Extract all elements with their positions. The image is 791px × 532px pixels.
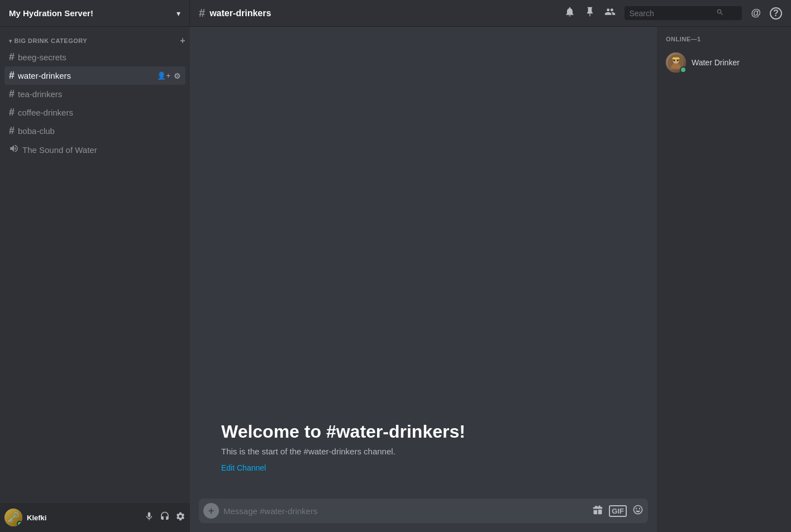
text-channel-icon: #	[9, 125, 15, 137]
text-channel-icon: #	[9, 107, 15, 118]
text-channel-icon: #	[9, 70, 15, 82]
add-attachment-button[interactable]: +	[203, 503, 219, 519]
username: Klefki	[27, 514, 140, 522]
welcome-block: Welcome to #water-drinkers! This is the …	[199, 410, 648, 490]
channel-list: # beeg-secrets 👤+ ⚙ # water-drinkers 👤+ …	[0, 48, 190, 160]
add-member-icon[interactable]: 👤+	[156, 53, 170, 62]
channel-header: # water-drinkers	[190, 7, 555, 20]
edit-channel-link[interactable]: Edit Channel	[221, 463, 266, 472]
channel-name-boba-club: boba-club	[18, 126, 181, 136]
channel-actions-water-drinkers: 👤+ ⚙	[157, 71, 181, 80]
main-body: ▾ BIG DRINK CATEGORY + # beeg-secrets 👤+…	[0, 27, 791, 532]
bottom-icons	[144, 511, 185, 524]
topbar: My Hydration Server! ▾ # water-drinkers …	[0, 0, 791, 27]
server-dropdown-icon[interactable]: ▾	[177, 9, 180, 18]
channel-title: water-drinkers	[209, 8, 271, 18]
sidebar-item-the-sound-of-water[interactable]: The Sound of Water	[4, 140, 185, 160]
bell-icon[interactable]	[564, 6, 575, 20]
sidebar-item-water-drinkers[interactable]: # water-drinkers 👤+ ⚙	[4, 66, 185, 85]
user-online-dot	[17, 521, 22, 526]
server-header[interactable]: My Hydration Server! ▾	[0, 0, 190, 26]
channel-name-coffee-drinkers: coffee-drinkers	[18, 108, 181, 117]
channel-name-water-drinkers: water-drinkers	[18, 71, 157, 80]
text-channel-icon: #	[9, 51, 15, 63]
input-icons: GIF	[592, 504, 644, 518]
welcome-subtitle: This is the start of the #water-drinkers…	[221, 447, 626, 456]
member-name: Water Drinker	[692, 58, 740, 67]
pin-icon[interactable]	[584, 6, 595, 20]
microphone-icon[interactable]	[144, 511, 154, 524]
settings-icon[interactable]: ⚙	[174, 71, 181, 80]
server-name: My Hydration Server!	[9, 8, 177, 18]
message-input-area: + GIF	[190, 499, 657, 532]
at-icon[interactable]: @	[751, 7, 761, 19]
channel-hash-icon: #	[199, 7, 205, 20]
search-icon	[716, 8, 724, 18]
member-avatar	[666, 52, 686, 73]
channel-name-tea-drinkers: tea-drinkers	[18, 89, 181, 99]
sidebar: ▾ BIG DRINK CATEGORY + # beeg-secrets 👤+…	[0, 27, 190, 532]
sidebar-bottom: 🗝️ Klefki	[0, 503, 190, 532]
members-icon[interactable]	[604, 6, 616, 20]
settings-icon[interactable]: ⚙	[174, 53, 181, 62]
svg-rect-5	[672, 58, 680, 59]
sidebar-item-tea-drinkers[interactable]: # tea-drinkers	[4, 85, 185, 103]
channel-name-sound-of-water: The Sound of Water	[22, 145, 181, 155]
category-label: BIG DRINK CATEGORY	[15, 37, 88, 44]
headphone-icon[interactable]	[160, 511, 170, 524]
sidebar-item-beeg-secrets[interactable]: # beeg-secrets 👤+ ⚙	[4, 48, 185, 66]
right-sidebar: ONLINE—1 Water Drinker	[657, 27, 791, 532]
member-item-water-drinker[interactable]: Water Drinker	[661, 49, 787, 76]
online-header: ONLINE—1	[661, 36, 787, 42]
settings-icon[interactable]	[175, 511, 185, 524]
user-avatar: 🗝️	[4, 509, 22, 526]
message-input[interactable]	[223, 506, 588, 516]
sidebar-item-coffee-drinkers[interactable]: # coffee-drinkers	[4, 103, 185, 122]
member-online-dot	[680, 66, 687, 73]
add-member-icon[interactable]: 👤+	[157, 71, 170, 80]
voice-channel-icon	[9, 143, 19, 156]
chat-messages: Welcome to #water-drinkers! This is the …	[190, 27, 657, 499]
topbar-actions: @ ?	[555, 6, 791, 20]
search-box[interactable]	[625, 6, 742, 20]
channel-name-beeg-secrets: beeg-secrets	[18, 52, 156, 62]
chat-area: Welcome to #water-drinkers! This is the …	[190, 27, 657, 532]
sidebar-item-boba-club[interactable]: # boba-club	[4, 122, 185, 140]
message-input-box: + GIF	[199, 499, 648, 523]
gift-icon[interactable]	[592, 504, 603, 518]
category-header[interactable]: ▾ BIG DRINK CATEGORY +	[0, 27, 190, 48]
emoji-icon[interactable]	[632, 504, 644, 518]
text-channel-icon: #	[9, 88, 15, 100]
gif-icon[interactable]: GIF	[609, 505, 627, 517]
help-icon[interactable]: ?	[770, 7, 782, 20]
welcome-title: Welcome to #water-drinkers!	[221, 421, 626, 442]
svg-point-2	[673, 60, 675, 61]
search-input[interactable]	[629, 9, 713, 18]
add-category-icon[interactable]: +	[180, 36, 185, 46]
collapse-icon: ▾	[9, 38, 12, 44]
svg-point-3	[677, 60, 679, 61]
